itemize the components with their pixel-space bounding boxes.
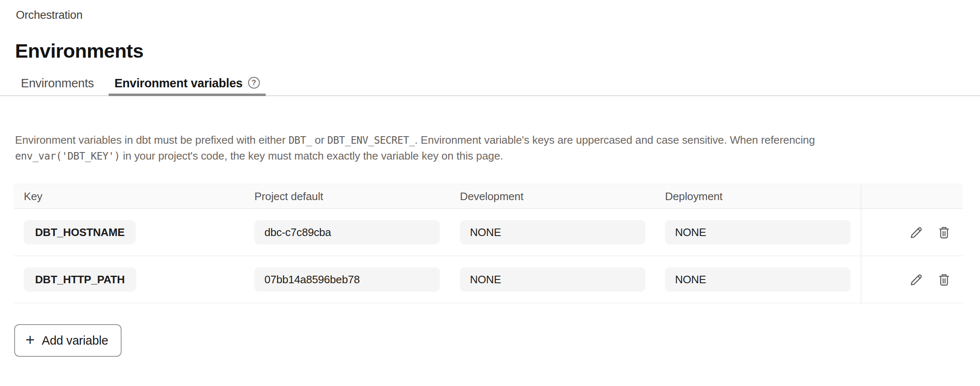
tab-bar: Environments Environment variables ? bbox=[0, 77, 980, 96]
inline-code: DBT_ENV_SECRET_ bbox=[328, 135, 415, 146]
delete-variable-button[interactable] bbox=[937, 272, 952, 287]
pencil-icon bbox=[909, 225, 924, 239]
row-actions-cell bbox=[861, 209, 963, 256]
development-chip: NONE bbox=[460, 267, 645, 292]
development-cell: NONE bbox=[460, 267, 665, 292]
inline-code: DBT_ bbox=[289, 135, 312, 146]
project-default-cell: 07bb14a8596beb78 bbox=[254, 267, 460, 292]
inline-code: env_var('DBT_KEY') bbox=[15, 150, 120, 162]
project-default-chip: 07bb14a8596beb78 bbox=[254, 267, 440, 292]
column-header-project-default: Project default bbox=[254, 190, 460, 203]
deployment-cell: NONE bbox=[665, 220, 861, 244]
tab-environment-variables[interactable]: Environment variables ? bbox=[109, 77, 266, 95]
key-chip: DBT_HOSTNAME bbox=[24, 220, 136, 244]
key-chip: DBT_HTTP_PATH bbox=[24, 267, 136, 292]
tab-environments-label: Environments bbox=[21, 77, 94, 90]
project-default-cell: dbc-c7c89cba bbox=[254, 220, 460, 244]
key-cell: DBT_HTTP_PATH bbox=[14, 267, 254, 292]
description-segment: or bbox=[312, 134, 327, 146]
table-header-row: Key Project default Development Deployme… bbox=[14, 184, 963, 209]
plus-icon: + bbox=[25, 332, 35, 348]
tab-environment-variables-label: Environment variables bbox=[114, 77, 243, 90]
column-header-deployment: Deployment bbox=[665, 190, 861, 203]
edit-variable-button[interactable] bbox=[909, 225, 924, 240]
breadcrumb: Orchestration bbox=[16, 9, 980, 21]
environment-variables-table: Key Project default Development Deployme… bbox=[14, 184, 963, 303]
description-segment: . Environment variable's keys are upperc… bbox=[415, 134, 815, 146]
deployment-chip: NONE bbox=[665, 220, 851, 244]
description-segment: in your project's code, the key must mat… bbox=[120, 150, 503, 162]
add-variable-label: Add variable bbox=[42, 334, 108, 348]
tab-environments[interactable]: Environments bbox=[15, 77, 100, 95]
trash-icon bbox=[937, 272, 951, 287]
row-actions-cell bbox=[861, 256, 963, 303]
pencil-icon bbox=[909, 272, 924, 287]
question-circle-icon[interactable]: ? bbox=[248, 77, 260, 89]
development-cell: NONE bbox=[460, 220, 665, 244]
project-default-chip: dbc-c7c89cba bbox=[254, 220, 440, 244]
description-segment: Environment variables in dbt must be pre… bbox=[15, 134, 289, 146]
key-cell: DBT_HOSTNAME bbox=[14, 220, 254, 244]
column-header-key: Key bbox=[14, 190, 254, 203]
deployment-chip: NONE bbox=[665, 267, 851, 292]
table-row: DBT_HTTP_PATH 07bb14a8596beb78 NONE NONE bbox=[14, 256, 963, 303]
column-header-actions bbox=[861, 184, 963, 208]
environment-variables-page: Orchestration Environments Environments … bbox=[0, 0, 980, 386]
development-chip: NONE bbox=[460, 220, 645, 244]
deployment-cell: NONE bbox=[665, 267, 861, 292]
table-row: DBT_HOSTNAME dbc-c7c89cba NONE NONE bbox=[14, 209, 963, 256]
delete-variable-button[interactable] bbox=[937, 225, 952, 240]
column-header-development: Development bbox=[460, 190, 665, 203]
page-title: Environments bbox=[15, 40, 980, 62]
add-variable-button[interactable]: + Add variable bbox=[14, 324, 122, 357]
edit-variable-button[interactable] bbox=[909, 272, 924, 287]
description-text: Environment variables in dbt must be pre… bbox=[15, 132, 892, 164]
trash-icon bbox=[937, 225, 951, 239]
